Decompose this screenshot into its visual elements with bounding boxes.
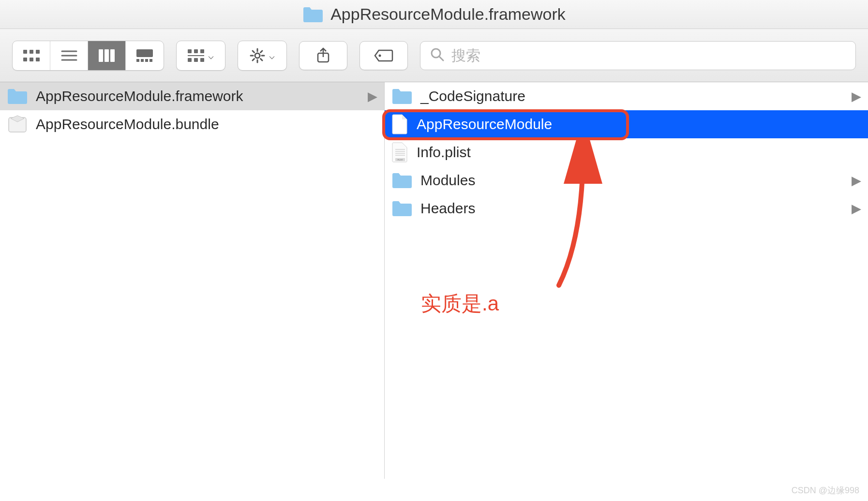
column-view-button[interactable] bbox=[88, 41, 126, 70]
svg-rect-13 bbox=[136, 59, 139, 62]
chevron-down-icon: ⌵ bbox=[208, 50, 214, 61]
share-button[interactable] bbox=[299, 41, 347, 70]
list-item[interactable]: PLIST Info.plist bbox=[385, 138, 868, 166]
svg-rect-15 bbox=[145, 59, 148, 62]
column-1: AppResourceModule.framework ▶ AppResourc… bbox=[0, 82, 385, 479]
svg-rect-5 bbox=[36, 58, 40, 61]
tag-button[interactable] bbox=[359, 41, 408, 70]
svg-rect-22 bbox=[200, 58, 204, 62]
list-item[interactable]: _CodeSignature ▶ bbox=[385, 82, 868, 110]
icon-view-button[interactable] bbox=[13, 41, 50, 70]
search-input[interactable] bbox=[451, 47, 846, 64]
plist-icon: PLIST bbox=[391, 142, 409, 163]
svg-rect-11 bbox=[110, 49, 115, 62]
list-item[interactable]: AppResourceModule.framework ▶ bbox=[0, 82, 384, 110]
chevron-right-icon: ▶ bbox=[852, 201, 861, 216]
svg-rect-0 bbox=[23, 50, 27, 54]
chevron-right-icon: ▶ bbox=[368, 89, 377, 104]
column-browser: AppResourceModule.framework ▶ AppResourc… bbox=[0, 82, 868, 479]
list-item[interactable]: AppResourceModule.bundle bbox=[0, 110, 384, 138]
svg-line-30 bbox=[261, 59, 263, 60]
search-icon bbox=[430, 47, 445, 64]
list-item[interactable]: AppResourceModule bbox=[385, 110, 868, 138]
item-label: AppResourceModule bbox=[417, 116, 552, 133]
bundle-icon bbox=[7, 114, 28, 135]
svg-point-24 bbox=[255, 53, 260, 58]
view-mode-group bbox=[12, 41, 164, 71]
svg-line-32 bbox=[261, 51, 263, 53]
svg-line-29 bbox=[253, 51, 254, 53]
svg-rect-10 bbox=[105, 49, 109, 62]
item-label: Modules bbox=[420, 172, 475, 189]
toolbar: ⌵ ⌵ bbox=[0, 29, 868, 82]
folder-icon bbox=[302, 6, 324, 23]
action-button[interactable]: ⌵ bbox=[238, 41, 286, 70]
svg-rect-19 bbox=[200, 49, 204, 53]
file-icon bbox=[391, 114, 409, 135]
folder-icon bbox=[7, 88, 28, 105]
svg-line-31 bbox=[253, 59, 254, 60]
svg-point-35 bbox=[379, 54, 381, 57]
svg-rect-1 bbox=[30, 50, 33, 54]
svg-line-37 bbox=[439, 57, 443, 60]
svg-rect-16 bbox=[150, 59, 152, 62]
svg-rect-3 bbox=[23, 58, 27, 61]
chevron-down-icon: ⌵ bbox=[269, 50, 275, 61]
column-2: _CodeSignature ▶ AppResourceModule PLIST… bbox=[385, 82, 868, 479]
svg-rect-20 bbox=[188, 58, 192, 62]
item-label: _CodeSignature bbox=[420, 88, 525, 104]
titlebar: AppResourceModule.framework bbox=[0, 0, 868, 29]
chevron-right-icon: ▶ bbox=[852, 89, 861, 104]
list-item[interactable]: Modules ▶ bbox=[385, 166, 868, 194]
item-label: Info.plist bbox=[417, 144, 471, 161]
item-label: Headers bbox=[420, 200, 475, 217]
svg-text:PLIST: PLIST bbox=[397, 159, 403, 161]
list-item[interactable]: Headers ▶ bbox=[385, 194, 868, 222]
svg-rect-2 bbox=[36, 50, 40, 54]
chevron-right-icon: ▶ bbox=[852, 173, 861, 188]
watermark: CSDN @边缘998 bbox=[792, 485, 859, 496]
item-label: AppResourceModule.bundle bbox=[36, 116, 219, 133]
gallery-view-button[interactable] bbox=[126, 41, 164, 70]
search-box[interactable] bbox=[420, 41, 856, 70]
svg-rect-21 bbox=[194, 58, 198, 62]
svg-rect-18 bbox=[194, 49, 198, 53]
group-by-button[interactable]: ⌵ bbox=[177, 41, 225, 70]
svg-rect-12 bbox=[136, 49, 153, 57]
svg-rect-9 bbox=[99, 49, 103, 62]
svg-rect-4 bbox=[30, 58, 33, 61]
folder-icon bbox=[391, 88, 413, 105]
group-by-group: ⌵ bbox=[176, 41, 225, 71]
window-title: AppResourceModule.framework bbox=[330, 5, 566, 24]
svg-rect-17 bbox=[188, 49, 192, 53]
action-group: ⌵ bbox=[238, 41, 287, 71]
folder-icon bbox=[391, 200, 413, 217]
list-view-button[interactable] bbox=[50, 41, 88, 70]
folder-icon bbox=[391, 172, 413, 189]
item-label: AppResourceModule.framework bbox=[36, 88, 243, 104]
svg-rect-14 bbox=[141, 59, 144, 62]
